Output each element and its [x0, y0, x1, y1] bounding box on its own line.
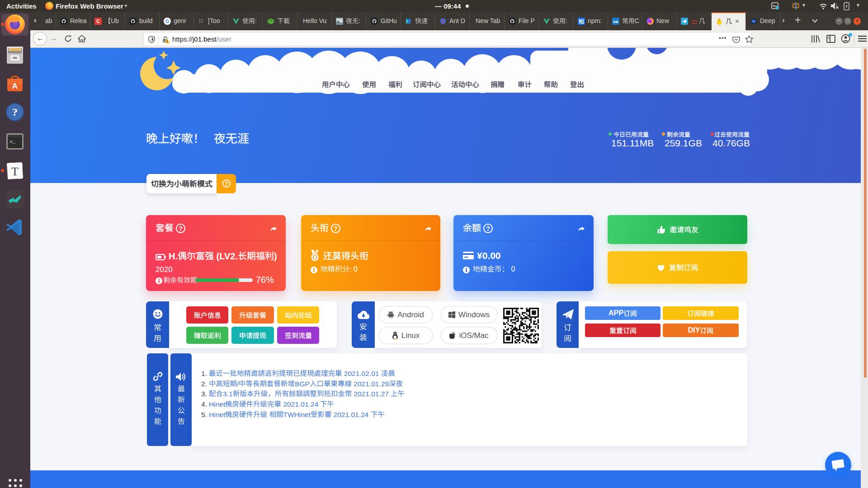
svg-text:C: C: [96, 19, 99, 24]
svg-text:>_: >_: [9, 139, 16, 145]
svg-text:?: ?: [12, 106, 18, 118]
svg-text:EB: EB: [613, 20, 618, 24]
svg-text:G: G: [165, 19, 170, 24]
svg-text:T: T: [11, 165, 19, 178]
svg-text:A: A: [12, 82, 18, 90]
